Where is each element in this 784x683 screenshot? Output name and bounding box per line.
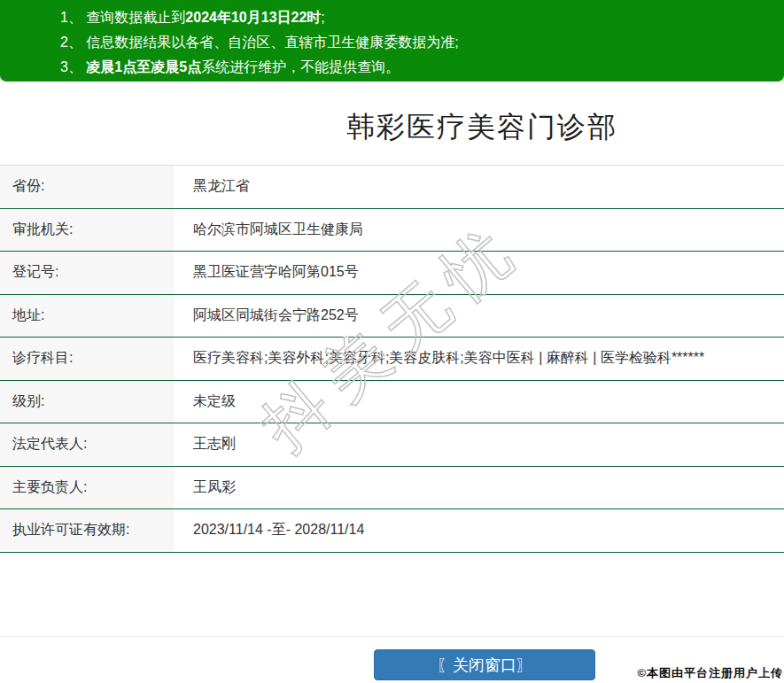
row-label: 法定代表人: — [0, 423, 175, 466]
row-value: 2023/11/14 -至- 2028/11/14 — [175, 509, 364, 552]
notice-banner: 1、 查询数据截止到2024年10月13日22时; 2、 信息数据结果以各省、自… — [0, 0, 784, 81]
table-row-license-validity: 执业许可证有效期: 2023/11/14 -至- 2028/11/14 — [0, 509, 784, 553]
row-label: 诊疗科目: — [0, 338, 175, 380]
notice-line-2: 2、 信息数据结果以各省、自治区、直辖市卫生健康委数据为准; — [60, 30, 775, 55]
table-row-address: 地址: 阿城区同城街会宁路252号 — [0, 295, 784, 338]
table-row-main-person-in-charge: 主要负责人: 王凤彩 — [0, 467, 784, 510]
row-label: 主要负责人: — [0, 467, 175, 509]
notice-line-3: 3、 凌晨1点至凌晨5点系统进行维护，不能提供查询。 — [60, 55, 775, 80]
row-label: 执业许可证有效期: — [0, 509, 175, 552]
row-label: 省份: — [0, 166, 175, 208]
upload-attribution-note: ©本图由平台注册用户上传 — [637, 665, 783, 681]
notice-line-1: 1、 查询数据截止到2024年10月13日22时; — [60, 5, 775, 30]
footer-divider — [0, 636, 784, 637]
info-table: 省份: 黑龙江省 审批机关: 哈尔滨市阿城区卫生健康局 登记号: 黑卫医证营字哈… — [0, 165, 784, 553]
page-title: 韩彩医疗美容门诊部 — [180, 108, 784, 147]
row-label: 级别: — [0, 381, 175, 423]
notice-bold-text: 凌晨1点至凌晨5点 — [86, 59, 201, 74]
table-row-level: 级别: 未定级 — [0, 381, 784, 424]
notice-text: 系统进行维护，不能提供查询。 — [201, 59, 400, 74]
row-value: 未定级 — [175, 381, 236, 423]
license-query-result-page: 1、 查询数据截止到2024年10月13日22时; 2、 信息数据结果以各省、自… — [0, 0, 784, 683]
row-value: 王志刚 — [175, 423, 236, 466]
table-row-legal-representative: 法定代表人: 王志刚 — [0, 423, 784, 467]
notice-bold-text: 2024年10月13日22时 — [185, 10, 321, 25]
row-label: 地址: — [0, 295, 175, 338]
table-row-province: 省份: 黑龙江省 — [0, 166, 784, 209]
row-value: 黑龙江省 — [175, 166, 250, 208]
row-label: 登记号: — [0, 252, 175, 294]
table-row-medical-subjects: 诊疗科目: 医疗美容科;美容外科;美容牙科;美容皮肤科;美容中医科 | 麻醉科 … — [0, 338, 784, 381]
row-value: 哈尔滨市阿城区卫生健康局 — [175, 209, 363, 252]
close-window-button[interactable]: 〖关闭窗口〗 — [374, 649, 595, 680]
notice-text: 2、 信息数据结果以各省、自治区、直辖市卫生健康委数据为准; — [60, 35, 459, 50]
row-value: 王凤彩 — [175, 467, 236, 509]
notice-text: ; — [321, 10, 324, 25]
row-value: 黑卫医证营字哈阿第015号 — [175, 252, 359, 294]
row-value: 阿城区同城街会宁路252号 — [175, 295, 359, 338]
notice-text: 3、 — [60, 59, 86, 74]
table-row-approval-authority: 审批机关: 哈尔滨市阿城区卫生健康局 — [0, 209, 784, 252]
notice-text: 1、 查询数据截止到 — [60, 10, 185, 25]
row-value: 医疗美容科;美容外科;美容牙科;美容皮肤科;美容中医科 | 麻醉科 | 医学检验… — [175, 338, 704, 380]
row-label: 审批机关: — [0, 209, 175, 252]
table-row-registration-number: 登记号: 黑卫医证营字哈阿第015号 — [0, 252, 784, 295]
